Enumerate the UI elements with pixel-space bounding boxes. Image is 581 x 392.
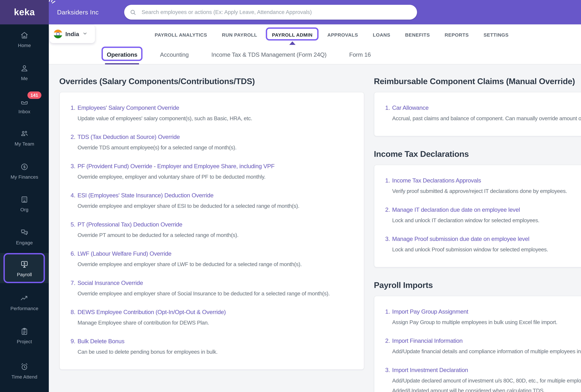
- tab-loans[interactable]: LOANS: [373, 32, 390, 37]
- section-payroll-imports: Payroll Imports 1.Import Pay Group Assig…: [374, 281, 581, 392]
- operation-link[interactable]: 3.PF (Provident Fund) Override - Employe…: [71, 162, 360, 171]
- list-item: 7.Social Insurance Override Override emp…: [71, 279, 360, 298]
- operation-link[interactable]: 2.Manage IT declaration due date on empl…: [385, 206, 581, 214]
- item-link-label: Import Investment Declaration: [392, 367, 468, 373]
- item-number: 2.: [385, 338, 390, 344]
- sidebar-item-inbox[interactable]: Inbox: [0, 97, 49, 114]
- operation-link[interactable]: 3.Import Investment Declaration: [385, 366, 581, 375]
- operation-link[interactable]: 1.Income Tax Declarations Approvals: [385, 176, 581, 185]
- item-number: 3.: [385, 367, 390, 373]
- item-number: 3.: [71, 163, 76, 169]
- sidebar-label: Org: [20, 207, 28, 212]
- keka-logo[interactable]: keka: [0, 0, 49, 24]
- subtab-operations[interactable]: Operations: [107, 51, 137, 58]
- country-label: India: [66, 31, 79, 37]
- operation-link[interactable]: 2.Import Financial Information: [385, 337, 581, 346]
- item-link-label: PT (Professional Tax) Deduction Override: [78, 221, 182, 228]
- card-reimbursable: 1.Car Allowance Accrual, past claims and…: [374, 92, 581, 136]
- operation-link[interactable]: 1.Employees' Salary Component Override: [71, 104, 360, 112]
- global-search[interactable]: [124, 5, 417, 20]
- section-title-overrides: Overrides (Salary Components/Contributio…: [59, 77, 364, 86]
- item-link-label: PF (Provident Fund) Override - Employer …: [78, 163, 274, 169]
- svg-text:$: $: [24, 262, 25, 265]
- list-item: 4.ESI (Employees' State Insurance) Deduc…: [71, 191, 360, 210]
- operation-link[interactable]: 9.Bulk Delete Bonus: [71, 337, 360, 346]
- operations-content: Overrides (Salary Components/Contributio…: [49, 64, 581, 392]
- tab-run-payroll[interactable]: RUN PAYROLL: [222, 32, 257, 37]
- search-input[interactable]: [141, 9, 412, 16]
- item-link-label: TDS (Tax Deduction at Source) Override: [78, 134, 180, 140]
- item-link-label: Car Allowance: [392, 104, 428, 111]
- item-link-label: Employees' Salary Component Override: [78, 104, 179, 111]
- item-number: 4.: [71, 192, 76, 199]
- sidebar-label: Payroll: [17, 272, 32, 277]
- subtab-accounting[interactable]: Accounting: [160, 51, 189, 58]
- list-item: 3.Manage Proof submission due date on em…: [385, 235, 581, 254]
- tab-approvals[interactable]: APPROVALS: [327, 32, 358, 37]
- item-link-label: Social Insurance Override: [78, 280, 143, 286]
- item-description: Accrual, past claims and balance of comp…: [392, 114, 581, 123]
- sidebar-item-org[interactable]: Org: [0, 195, 49, 212]
- tab-reports[interactable]: REPORTS: [445, 32, 469, 37]
- tab-payroll-admin[interactable]: PAYROLL ADMIN: [272, 32, 312, 37]
- subtab-income-tax-tds[interactable]: Income Tax & TDS Management (Form 24Q): [211, 51, 326, 58]
- sidebar-item-my-team[interactable]: My Team: [0, 129, 49, 146]
- operation-link[interactable]: 2.TDS (Tax Deduction at Source) Override: [71, 133, 360, 142]
- item-link-label: DEWS Employee Contribution (Opt-In/Opt-O…: [78, 309, 226, 315]
- item-description: Override TDS amount employee(s) for a se…: [78, 143, 360, 152]
- list-item: 5.PT (Professional Tax) Deduction Overri…: [71, 220, 360, 240]
- operation-link[interactable]: 5.PT (Professional Tax) Deduction Overri…: [71, 220, 360, 229]
- tab-settings[interactable]: SETTINGS: [484, 32, 508, 37]
- performance-icon: [20, 294, 29, 303]
- item-description: Override employee and employer share of …: [78, 289, 360, 298]
- me-icon: [20, 64, 29, 73]
- item-description-line2: Added/Updated amount will be considered …: [392, 386, 581, 392]
- column-right: Reimbursable Component Claims (Manual Ov…: [374, 77, 581, 392]
- payroll-icon: $: [20, 260, 29, 269]
- operation-link[interactable]: 8.DEWS Employee Contribution (Opt-In/Opt…: [71, 308, 360, 317]
- my-team-icon: [20, 129, 29, 139]
- item-link-label: LWF (Labour Welfare Fund) Override: [78, 250, 172, 257]
- item-number: 5.: [71, 221, 76, 228]
- subnav-tabs: Operations Accounting Income Tax & TDS M…: [107, 45, 371, 64]
- tab-payroll-analytics[interactable]: PAYROLL ANALYTICS: [155, 32, 207, 37]
- operation-link[interactable]: 1.Import Pay Group Assignment: [385, 308, 581, 316]
- sidebar-item-performance[interactable]: Performance: [0, 294, 49, 311]
- list-item: 3.Import Investment Declaration Add/Upda…: [385, 366, 581, 392]
- operation-link[interactable]: 7.Social Insurance Override: [71, 279, 360, 288]
- item-number: 2.: [385, 207, 390, 213]
- sidebar-item-my-finances[interactable]: $ My Finances: [0, 162, 49, 179]
- sidebar-item-home[interactable]: Home: [0, 30, 49, 48]
- operation-link[interactable]: 6.LWF (Labour Welfare Fund) Override: [71, 250, 360, 258]
- item-description: Manage Employee share of contribution fo…: [78, 318, 360, 327]
- sidebar-item-payroll[interactable]: $ Payroll: [0, 260, 49, 277]
- operation-link[interactable]: 3.Manage Proof submission due date on em…: [385, 235, 581, 243]
- sidebar-item-me[interactable]: Me: [0, 64, 49, 81]
- engage-icon: [20, 228, 29, 237]
- time-attend-icon: [20, 362, 29, 372]
- sidebar-item-time-attend[interactable]: Time Attend: [0, 362, 49, 379]
- list-item: 9.Bulk Delete Bonus Can be used to delet…: [71, 337, 360, 356]
- tab-benefits[interactable]: BENEFITS: [405, 32, 430, 37]
- item-description: Override employee and employer share of …: [78, 260, 360, 269]
- item-number: 6.: [71, 250, 76, 257]
- sidebar-item-engage[interactable]: Engage: [0, 228, 49, 245]
- home-icon: [20, 30, 29, 40]
- module-tabs: PAYROLL ANALYTICS RUN PAYROLL PAYROLL AD…: [155, 24, 508, 45]
- item-number: 9.: [71, 338, 76, 345]
- sidebar-item-project[interactable]: Project: [0, 327, 49, 344]
- country-selector[interactable]: India: [50, 25, 95, 43]
- project-icon: [20, 327, 29, 336]
- operation-link[interactable]: 1.Car Allowance: [385, 104, 581, 112]
- card-payroll-imports: 1.Import Pay Group Assignment Assign Pay…: [374, 296, 581, 392]
- section-income-tax: Income Tax Declarations 1.Income Tax Dec…: [374, 149, 581, 267]
- list-item: 1.Employees' Salary Component Override U…: [71, 104, 360, 123]
- operation-link[interactable]: 4.ESI (Employees' State Insurance) Deduc…: [71, 191, 360, 200]
- sidebar-label: My Finances: [10, 174, 38, 179]
- section-reimbursable: Reimbursable Component Claims (Manual Ov…: [374, 77, 581, 136]
- item-description: Override employee and employer share of …: [78, 202, 360, 210]
- subtab-form-16[interactable]: Form 16: [349, 51, 371, 58]
- item-number: 1.: [385, 104, 390, 111]
- top-bar: keka Darksiders Inc: [0, 0, 581, 24]
- india-flag-icon: [54, 30, 62, 38]
